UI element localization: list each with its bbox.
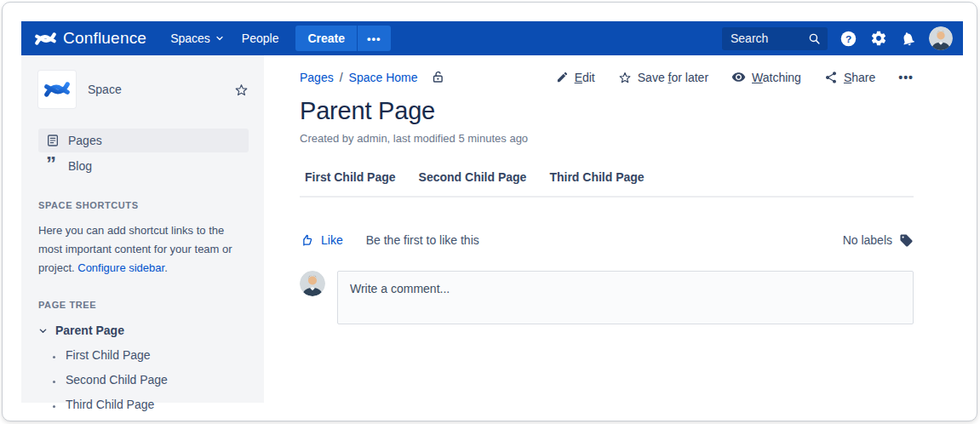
user-avatar[interactable] <box>929 26 953 50</box>
eye-watch-icon <box>731 70 746 84</box>
notifications-bell-icon[interactable] <box>898 28 918 48</box>
create-button[interactable]: Create <box>295 26 357 51</box>
star-outline-icon <box>618 71 632 84</box>
nav-spaces-label: Spaces <box>170 32 210 45</box>
confluence-logo-icon <box>35 28 56 49</box>
breadcrumb-space-home-link[interactable]: Space Home <box>349 71 418 84</box>
chevron-down-icon <box>215 33 225 43</box>
product-name: Confluence <box>63 29 146 48</box>
favorite-space-star-icon[interactable] <box>234 83 249 97</box>
unrestricted-lock-icon[interactable] <box>431 70 445 84</box>
page-tree-heading: PAGE TREE <box>38 300 249 310</box>
settings-gear-icon[interactable] <box>870 30 887 47</box>
tree-item-parent-page[interactable]: Parent Page <box>38 324 249 337</box>
watching-button[interactable]: Watching <box>731 70 801 84</box>
share-label: Share <box>844 71 875 84</box>
shortcuts-text-end: . <box>164 261 168 274</box>
breadcrumb-pages-link[interactable]: Pages <box>300 71 334 84</box>
breadcrumb-separator: / <box>340 71 343 84</box>
breadcrumb: Pages / Space Home <box>300 70 445 84</box>
share-icon <box>824 71 838 84</box>
labels-text: No labels <box>843 233 892 247</box>
space-logo[interactable] <box>38 71 76 108</box>
confluence-home-link[interactable]: Confluence <box>35 28 146 49</box>
page-more-actions-button[interactable]: ••• <box>898 71 914 84</box>
svg-text:?: ? <box>845 32 851 44</box>
top-navbar: Confluence Spaces People Create ••• ? <box>21 21 963 55</box>
nav-spaces-menu[interactable]: Spaces <box>162 25 233 52</box>
child-link-third[interactable]: Third Child Page <box>549 170 644 184</box>
comment-box[interactable] <box>337 271 914 324</box>
blog-quote-icon: ” <box>46 160 60 172</box>
pages-document-icon <box>46 134 60 147</box>
edit-label: Edit <box>575 71 595 84</box>
confluence-app: Confluence Spaces People Create ••• ? <box>21 21 963 403</box>
page-title: Parent Page <box>300 97 914 125</box>
child-pages-links: First Child Page Second Child Page Third… <box>300 170 914 198</box>
save-for-later-button[interactable]: Save for later <box>618 71 708 84</box>
tree-item-first-child[interactable]: First Child Page <box>64 348 249 362</box>
nav-people-menu[interactable]: People <box>233 25 288 52</box>
tree-item-second-child[interactable]: Second Child Page <box>64 373 249 387</box>
commenter-avatar <box>300 271 325 296</box>
page-content: Pages / Space Home Edit <box>264 55 963 403</box>
pencil-edit-icon <box>556 71 569 83</box>
sidebar-item-blog[interactable]: ” Blog <box>38 154 249 178</box>
tree-item-third-child[interactable]: Third Child Page <box>64 398 249 411</box>
labels-button[interactable]: No labels <box>843 233 914 248</box>
configure-sidebar-link[interactable]: Configure sidebar <box>77 261 164 274</box>
edit-button[interactable]: Edit <box>556 71 595 84</box>
child-link-second[interactable]: Second Child Page <box>419 170 527 184</box>
sidebar-item-blog-label: Blog <box>68 159 92 173</box>
like-label: Like <box>321 233 343 247</box>
like-hint-text: Be the first to like this <box>366 233 479 247</box>
thumbs-up-icon <box>300 232 315 248</box>
sidebar-item-pages[interactable]: Pages <box>38 129 249 152</box>
help-icon[interactable]: ? <box>840 30 857 48</box>
save-for-later-label: Save for later <box>638 71 708 84</box>
watching-label: Watching <box>752 71 801 84</box>
create-more-button[interactable]: ••• <box>357 26 391 51</box>
comment-input[interactable] <box>338 272 913 306</box>
space-name[interactable]: Space <box>88 83 122 96</box>
share-button[interactable]: Share <box>824 71 875 84</box>
page-byline: Created by admin, last modified 5 minute… <box>300 132 914 145</box>
like-button[interactable]: Like <box>300 232 343 248</box>
tag-label-icon <box>899 233 914 248</box>
space-shortcuts-description: Here you can add shortcut links to the m… <box>38 221 246 278</box>
search-icon[interactable] <box>807 32 822 49</box>
nav-people-label: People <box>242 32 279 45</box>
space-shortcuts-heading: SPACE SHORTCUTS <box>38 200 249 210</box>
space-sidebar: Space Pages ” Blog SPACE SHORTCUTS <box>21 55 264 403</box>
browser-window: Confluence Spaces People Create ••• ? <box>2 2 977 421</box>
tree-parent-label: Parent Page <box>55 324 124 337</box>
sidebar-item-pages-label: Pages <box>68 134 102 147</box>
child-link-first[interactable]: First Child Page <box>305 170 396 184</box>
tree-expander-chevron-icon[interactable] <box>38 326 48 335</box>
